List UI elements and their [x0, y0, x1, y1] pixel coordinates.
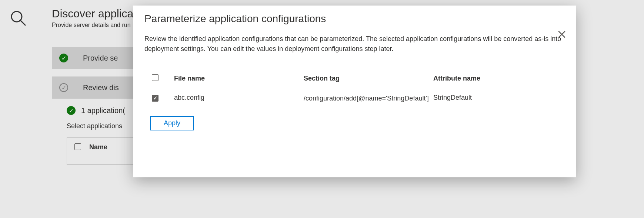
cell-attribute: StringDefault: [433, 94, 544, 102]
step-label: Provide se: [83, 54, 118, 62]
select-all-checkbox[interactable]: [152, 74, 159, 81]
checkmark-icon: ✓: [67, 106, 76, 115]
close-button[interactable]: [557, 30, 567, 41]
config-table-header: File name Section tag Attribute name: [144, 69, 565, 88]
apply-button[interactable]: Apply: [150, 116, 194, 130]
checkmark-icon: ✓: [59, 54, 68, 62]
cell-section: /configuration/add[@name='StringDefault'…: [304, 94, 426, 103]
svg-line-1: [21, 21, 26, 25]
dialog-title: Parameterize application configurations: [144, 13, 565, 25]
parameterize-dialog: Parameterize application configurations …: [133, 6, 576, 177]
search-icon: [9, 9, 27, 28]
checkmark-icon: ✓: [59, 83, 68, 92]
dialog-description: Review the identified application config…: [144, 34, 565, 54]
cell-filename: abc.config: [174, 94, 296, 102]
config-table-row: abc.config /configuration/add[@name='Str…: [144, 88, 565, 109]
svg-point-0: [11, 11, 22, 22]
col-section: Section tag: [304, 75, 426, 82]
step-label: Review dis: [83, 84, 119, 92]
select-all-checkbox[interactable]: [74, 143, 81, 150]
col-filename: File name: [174, 75, 296, 82]
substep-label: 1 application(: [81, 106, 125, 115]
row-checkbox[interactable]: [152, 95, 159, 102]
col-attribute: Attribute name: [433, 75, 544, 82]
